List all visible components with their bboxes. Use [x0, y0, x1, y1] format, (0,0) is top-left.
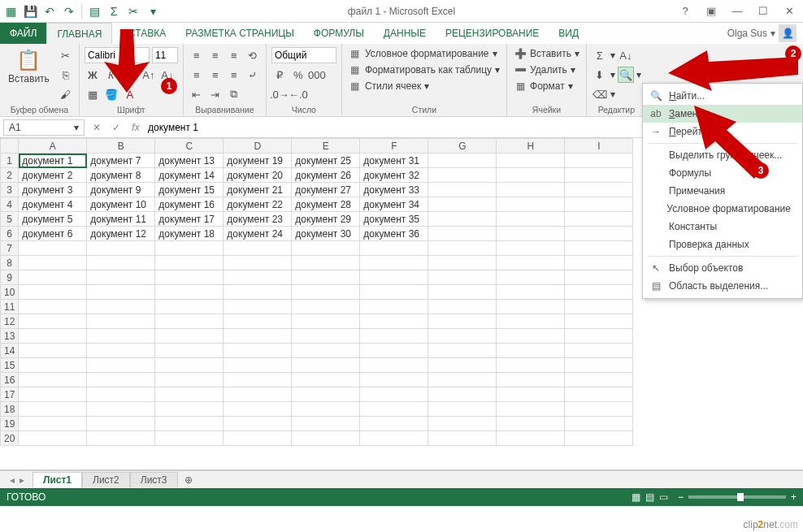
cell[interactable] [224, 256, 292, 270]
cell[interactable] [428, 300, 497, 314]
cell[interactable] [87, 256, 155, 270]
cell[interactable] [497, 387, 565, 402]
align-bottom-button[interactable]: ≡ [226, 47, 242, 63]
cell[interactable] [292, 417, 360, 431]
cell[interactable] [155, 373, 224, 387]
indent-dec-button[interactable]: ⇤ [189, 86, 205, 102]
cell[interactable]: документ 18 [155, 227, 224, 241]
redo-icon[interactable]: ↷ [62, 4, 76, 19]
cell[interactable] [428, 373, 497, 387]
sheet-nav-prev-icon[interactable]: ◂ [10, 474, 15, 486]
cell[interactable] [155, 358, 224, 373]
cell[interactable] [224, 329, 292, 344]
cell[interactable] [19, 387, 87, 402]
row-header[interactable]: 10 [1, 285, 19, 300]
cell[interactable] [292, 358, 360, 373]
cell[interactable] [87, 417, 155, 431]
minimize-icon[interactable]: — [730, 5, 744, 17]
bold-button[interactable]: Ж [85, 67, 101, 83]
cell[interactable]: документ 36 [360, 227, 428, 241]
tab-review[interactable]: РЕЦЕНЗИРОВАНИЕ [436, 23, 549, 44]
cell[interactable] [428, 387, 497, 402]
zoom-out-icon[interactable]: − [678, 491, 684, 503]
row-header[interactable]: 2 [1, 168, 19, 183]
cell[interactable]: документ 20 [224, 168, 292, 183]
cell[interactable]: документ 5 [19, 212, 87, 227]
col-header[interactable]: E [292, 139, 360, 154]
maximize-icon[interactable]: ☐ [756, 5, 770, 17]
indent-inc-button[interactable]: ⇥ [207, 86, 224, 102]
cell[interactable]: документ 15 [155, 183, 224, 197]
format-painter-button[interactable]: 🖌 [58, 86, 74, 102]
cell[interactable]: документ 29 [292, 212, 360, 227]
cell[interactable] [428, 358, 497, 373]
row-header[interactable]: 6 [1, 227, 19, 241]
cell[interactable] [19, 402, 87, 417]
cell[interactable] [565, 344, 633, 358]
cell[interactable] [497, 270, 565, 285]
cell[interactable] [19, 241, 87, 256]
cell-styles-button[interactable]: ▦Стили ячеек▾ [347, 80, 501, 93]
cell[interactable]: документ 13 [155, 154, 224, 168]
clear-button[interactable]: ⌫ [592, 86, 608, 102]
cell[interactable]: документ 27 [292, 183, 360, 197]
row-header[interactable]: 18 [1, 402, 19, 417]
cell[interactable]: документ 14 [155, 168, 224, 183]
row-header[interactable]: 19 [1, 417, 19, 431]
cell[interactable]: документ 10 [87, 197, 155, 212]
cell[interactable]: документ 4 [19, 197, 87, 212]
fx-icon[interactable]: fx [128, 122, 143, 133]
cell[interactable] [360, 300, 428, 314]
cell[interactable]: документ 30 [292, 227, 360, 241]
cell[interactable] [565, 431, 633, 446]
cell[interactable] [360, 402, 428, 417]
cell[interactable] [224, 373, 292, 387]
row-header[interactable]: 12 [1, 314, 19, 329]
row-header[interactable]: 3 [1, 183, 19, 197]
tab-file[interactable]: ФАЙЛ [0, 23, 46, 44]
cell[interactable] [155, 300, 224, 314]
cell[interactable] [565, 285, 633, 300]
align-top-button[interactable]: ≡ [189, 47, 205, 63]
cell[interactable] [565, 358, 633, 373]
row-header[interactable]: 15 [1, 358, 19, 373]
user-account[interactable]: Olga Sus ▾ 👤 [727, 24, 803, 42]
cell[interactable] [87, 402, 155, 417]
cell[interactable] [155, 387, 224, 402]
cell[interactable] [19, 329, 87, 344]
cell[interactable] [497, 358, 565, 373]
conditional-formatting-button[interactable]: ▦Условное форматирование▾ [347, 47, 501, 60]
cell[interactable] [224, 387, 292, 402]
cell[interactable] [360, 329, 428, 344]
cell[interactable]: документ 6 [19, 227, 87, 241]
cell[interactable] [565, 373, 633, 387]
menu-constants[interactable]: Константы [643, 218, 802, 236]
cell[interactable] [565, 212, 633, 227]
sheet-tab-3[interactable]: Лист3 [130, 472, 178, 487]
cell[interactable] [360, 344, 428, 358]
cell[interactable] [360, 431, 428, 446]
currency-button[interactable]: ₽ [271, 67, 288, 83]
cell[interactable] [428, 344, 497, 358]
cell[interactable] [87, 270, 155, 285]
cancel-formula-icon[interactable]: ✕ [89, 122, 104, 133]
sheet-tab-1[interactable]: Лист1 [33, 472, 82, 487]
cell[interactable] [565, 241, 633, 256]
cell[interactable] [224, 241, 292, 256]
sum-icon[interactable]: Σ [106, 4, 121, 19]
cell[interactable] [428, 270, 497, 285]
cell[interactable] [497, 183, 565, 197]
cell[interactable]: документ 21 [224, 183, 292, 197]
cell[interactable] [19, 300, 87, 314]
cell[interactable] [19, 417, 87, 431]
copy-button[interactable]: ⎘ [58, 67, 74, 83]
cell[interactable]: документ 16 [155, 197, 224, 212]
cell[interactable] [428, 431, 497, 446]
cell[interactable] [497, 402, 565, 417]
cell[interactable]: документ 22 [224, 197, 292, 212]
cell[interactable] [497, 373, 565, 387]
cell[interactable] [428, 154, 497, 168]
cell[interactable] [360, 285, 428, 300]
cell[interactable] [565, 183, 633, 197]
cell[interactable] [224, 431, 292, 446]
